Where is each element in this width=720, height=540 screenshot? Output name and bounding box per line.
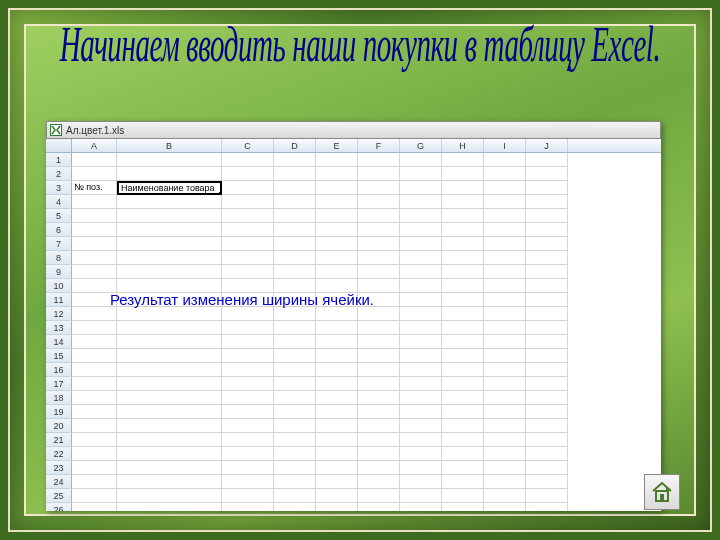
cell-B18[interactable] [117,391,222,405]
cell-A6[interactable] [72,223,117,237]
cell-H24[interactable] [442,475,484,489]
cell-D20[interactable] [274,419,316,433]
cell-G17[interactable] [400,377,442,391]
cell-H9[interactable] [442,265,484,279]
cell-C16[interactable] [222,363,274,377]
cell-J14[interactable] [526,335,568,349]
cell-A15[interactable] [72,349,117,363]
cell-H22[interactable] [442,447,484,461]
cell-D2[interactable] [274,167,316,181]
cell-H21[interactable] [442,433,484,447]
cell-I13[interactable] [484,321,526,335]
cell-B26[interactable] [117,503,222,511]
cell-H2[interactable] [442,167,484,181]
cell-H7[interactable] [442,237,484,251]
cell-A19[interactable] [72,405,117,419]
cell-I6[interactable] [484,223,526,237]
column-header-F[interactable]: F [358,139,400,152]
cell-C5[interactable] [222,209,274,223]
cell-C24[interactable] [222,475,274,489]
cell-J5[interactable] [526,209,568,223]
cell-E22[interactable] [316,447,358,461]
cell-H3[interactable] [442,181,484,195]
cell-J17[interactable] [526,377,568,391]
cell-I1[interactable] [484,153,526,167]
cell-E13[interactable] [316,321,358,335]
cell-E20[interactable] [316,419,358,433]
cell-B9[interactable] [117,265,222,279]
cell-H23[interactable] [442,461,484,475]
cell-D25[interactable] [274,489,316,503]
cell-G26[interactable] [400,503,442,511]
cell-F3[interactable] [358,181,400,195]
row-header-19[interactable]: 19 [46,405,72,419]
column-header-D[interactable]: D [274,139,316,152]
cell-J21[interactable] [526,433,568,447]
cell-B4[interactable] [117,195,222,209]
cell-J24[interactable] [526,475,568,489]
cell-E9[interactable] [316,265,358,279]
cell-D1[interactable] [274,153,316,167]
cell-H18[interactable] [442,391,484,405]
cell-A5[interactable] [72,209,117,223]
cell-I7[interactable] [484,237,526,251]
cell-F1[interactable] [358,153,400,167]
cell-H13[interactable] [442,321,484,335]
row-header-10[interactable]: 10 [46,279,72,293]
cell-H25[interactable] [442,489,484,503]
cell-E7[interactable] [316,237,358,251]
cell-B21[interactable] [117,433,222,447]
cell-A14[interactable] [72,335,117,349]
row-header-16[interactable]: 16 [46,363,72,377]
cell-B14[interactable] [117,335,222,349]
cell-E24[interactable] [316,475,358,489]
column-header-A[interactable]: A [72,139,117,152]
cell-I20[interactable] [484,419,526,433]
row-header-8[interactable]: 8 [46,251,72,265]
cell-F18[interactable] [358,391,400,405]
cell-C13[interactable] [222,321,274,335]
cell-F16[interactable] [358,363,400,377]
cell-I9[interactable] [484,265,526,279]
cell-A4[interactable] [72,195,117,209]
cell-B1[interactable] [117,153,222,167]
cell-H8[interactable] [442,251,484,265]
cell-C22[interactable] [222,447,274,461]
cell-J12[interactable] [526,307,568,321]
cell-A3[interactable]: № поз. [72,181,117,195]
cell-D14[interactable] [274,335,316,349]
cell-A7[interactable] [72,237,117,251]
cell-G10[interactable] [400,279,442,293]
cell-B23[interactable] [117,461,222,475]
row-header-21[interactable]: 21 [46,433,72,447]
cell-I12[interactable] [484,307,526,321]
cell-G13[interactable] [400,321,442,335]
cell-G2[interactable] [400,167,442,181]
row-header-18[interactable]: 18 [46,391,72,405]
cell-E6[interactable] [316,223,358,237]
cell-H1[interactable] [442,153,484,167]
cell-F22[interactable] [358,447,400,461]
cell-J13[interactable] [526,321,568,335]
cell-G6[interactable] [400,223,442,237]
cell-G14[interactable] [400,335,442,349]
cell-I24[interactable] [484,475,526,489]
cell-G9[interactable] [400,265,442,279]
cell-G23[interactable] [400,461,442,475]
cell-H5[interactable] [442,209,484,223]
cell-J7[interactable] [526,237,568,251]
cell-E3[interactable] [316,181,358,195]
cell-C6[interactable] [222,223,274,237]
cell-I18[interactable] [484,391,526,405]
cell-H26[interactable] [442,503,484,511]
cell-F25[interactable] [358,489,400,503]
cell-J23[interactable] [526,461,568,475]
cell-A25[interactable] [72,489,117,503]
cell-G4[interactable] [400,195,442,209]
cell-G1[interactable] [400,153,442,167]
cell-B20[interactable] [117,419,222,433]
cell-J20[interactable] [526,419,568,433]
cell-A20[interactable] [72,419,117,433]
cell-D4[interactable] [274,195,316,209]
cell-H4[interactable] [442,195,484,209]
